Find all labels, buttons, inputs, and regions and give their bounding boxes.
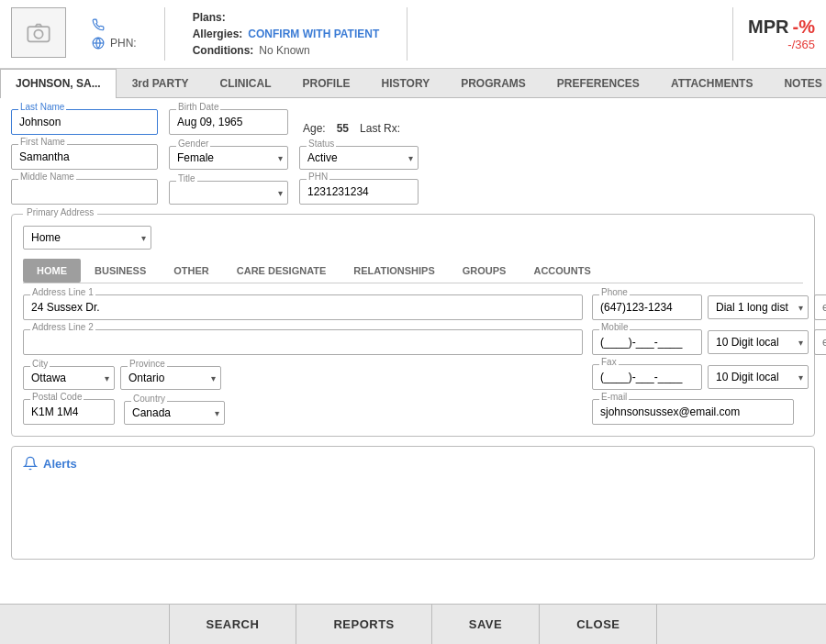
city-label: City (30, 359, 50, 369)
addr-tab-care-designate[interactable]: CARE DESIGNATE (223, 259, 340, 283)
email-group: E-mail (592, 399, 803, 425)
birth-date-input[interactable] (169, 109, 288, 135)
phn-label: PHN: (110, 37, 137, 50)
fax-group: Fax 10 Digit local Dial 1 long dist 7 Di… (592, 364, 803, 390)
birth-date-label: Birth Date (176, 102, 220, 112)
fax-format-select[interactable]: 10 Digit local Dial 1 long dist 7 Digit … (708, 365, 809, 389)
age-value: 55 (337, 122, 349, 135)
province-select[interactable]: Ontario British Columbia Alberta Quebec (120, 366, 221, 390)
primary-addr-select[interactable]: Home Business Other (23, 226, 151, 250)
addr-tab-accounts[interactable]: ACCOUNTS (519, 259, 604, 283)
phone-input[interactable] (592, 294, 702, 320)
first-name-input[interactable] (11, 144, 158, 170)
postal-input[interactable] (23, 399, 115, 425)
phone-ext-input[interactable] (814, 294, 826, 320)
tab-preferences[interactable]: PREFERENCES (541, 69, 655, 97)
mobile-label: Mobile (599, 322, 630, 332)
header: PHN: Plans: Allergies: CONFIRM WITH PATI… (0, 0, 826, 69)
mobile-format-select[interactable]: 10 Digit local Dial 1 long dist 7 Digit … (708, 330, 809, 354)
last-name-label: Last Name (18, 102, 66, 112)
addr-tab-groups[interactable]: GROUPS (449, 259, 520, 283)
tab-profile[interactable]: PROFILE (286, 69, 365, 97)
tab-programs[interactable]: PROGRAMS (445, 69, 541, 97)
tab-history[interactable]: HISTORY (366, 69, 446, 97)
addr-form: Address Line 1 Phone Dial 1 long dist 10… (23, 294, 803, 425)
status-label: Status (307, 139, 336, 149)
addr-line2-label: Address Line 2 (30, 322, 95, 332)
alerts-label: Alerts (43, 457, 77, 471)
mpr-label: MPR (748, 17, 788, 38)
mpr-days: -/365 (787, 38, 815, 51)
tab-3rd-party[interactable]: 3rd PARTY (117, 69, 205, 97)
reports-button[interactable]: REPORTS (296, 605, 431, 644)
birth-date-group: Birth Date (169, 109, 288, 135)
address-section: Primary Address Home Business Other HOME… (11, 214, 815, 437)
phone-format-select[interactable]: Dial 1 long dist 10 Digit local 7 Digit … (708, 295, 809, 319)
phn-group: PHN (299, 179, 419, 205)
addr-tab-business[interactable]: BUSINESS (81, 259, 160, 283)
addr-line1-input[interactable] (23, 294, 583, 320)
conditions-row: Conditions: No Known (193, 44, 380, 57)
postal-label: Postal Code (30, 392, 84, 402)
mobile-ext-input[interactable] (814, 329, 826, 355)
mpr-top: MPR -% (748, 17, 815, 38)
svg-rect-0 (28, 27, 49, 41)
email-input[interactable] (592, 399, 794, 425)
middle-name-label: Middle Name (18, 172, 76, 182)
conditions-label: Conditions: (193, 44, 254, 57)
status-select[interactable]: Active Inactive Deceased (299, 146, 419, 170)
phone-group: Phone Dial 1 long dist 10 Digit local 7 … (592, 294, 803, 320)
footer: SEARCH REPORTS SAVE CLOSE (0, 604, 826, 644)
city-group: City Ottawa Toronto Vancouver Province (23, 366, 221, 390)
fax-input[interactable] (592, 364, 702, 390)
header-divider-2 (407, 7, 407, 61)
gender-select[interactable]: Male Female Other (169, 146, 288, 170)
svg-point-1 (34, 29, 42, 38)
tabs-bar: JOHNSON, SA... 3rd PARTY CLINICAL PROFIL… (0, 69, 826, 98)
middle-name-input[interactable] (11, 179, 158, 205)
phn-row: PHN: (92, 37, 137, 50)
allergies-value: CONFIRM WITH PATIENT (248, 28, 379, 40)
alerts-section: Alerts (11, 446, 815, 560)
tab-notes[interactable]: NOTES (768, 69, 826, 97)
status-group: Status Active Inactive Deceased (299, 146, 419, 170)
addr-row-3: City Ottawa Toronto Vancouver Province (23, 364, 803, 390)
addr-tab-other[interactable]: OTHER (160, 259, 223, 283)
phn-input[interactable] (299, 179, 419, 205)
tab-johnson-sa[interactable]: JOHNSON, SA... (0, 69, 117, 98)
addr-line2-input[interactable] (23, 329, 583, 355)
first-name-label: First Name (18, 137, 67, 147)
mobile-input[interactable] (592, 329, 702, 355)
last-name-input[interactable] (11, 109, 158, 135)
addr-line1-group: Address Line 1 (23, 294, 583, 320)
tab-clinical[interactable]: CLINICAL (204, 69, 286, 97)
mpr-value: -% (793, 17, 815, 38)
last-rx-label: Last Rx: (360, 122, 400, 135)
age-label: Age: (303, 122, 326, 135)
postal-group: Postal Code (23, 399, 115, 425)
first-name-group: First Name (11, 144, 158, 170)
primary-addr-select-area: Home Business Other (23, 226, 803, 250)
alerts-bell-icon (23, 456, 38, 471)
phn-form-label: PHN (307, 172, 329, 182)
addr-tab-relationships[interactable]: RELATIONSHIPS (340, 259, 448, 283)
phone-label: Phone (599, 287, 630, 297)
header-divider-1 (164, 7, 165, 61)
addr-tab-home[interactable]: HOME (23, 259, 81, 283)
search-button[interactable]: SEARCH (169, 605, 297, 644)
row-lastname-birthdate: Last Name Birth Date Age: 55 Last Rx: (11, 109, 815, 135)
patient-photo (11, 7, 66, 58)
country-select[interactable]: Canada USA (124, 401, 225, 425)
title-select[interactable]: Mr. Mrs. Ms. Dr. (169, 181, 288, 205)
province-group: Province Ontario British Columbia Albert… (120, 366, 221, 390)
city-select[interactable]: Ottawa Toronto Vancouver (23, 366, 115, 390)
addr-row-4: Postal Code Country Canada USA (23, 399, 803, 425)
gender-group: Gender Male Female Other (169, 146, 288, 170)
phn-phone-area: PHN: (92, 7, 137, 61)
last-name-group: Last Name (11, 109, 158, 135)
tab-attachments[interactable]: ATTACHMENTS (655, 69, 769, 97)
age-lastrx-area: Age: 55 Last Rx: (303, 122, 400, 135)
save-button[interactable]: SAVE (432, 605, 540, 644)
plans-row: Plans: (193, 11, 380, 24)
close-button[interactable]: CLOSE (540, 605, 657, 644)
